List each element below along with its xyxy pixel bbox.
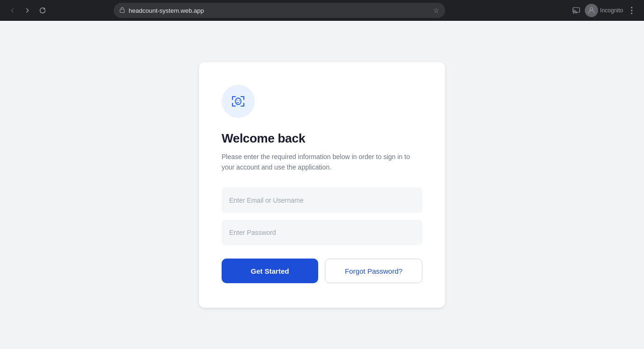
svg-point-8 xyxy=(237,100,238,101)
menu-button[interactable] xyxy=(625,4,638,17)
url-text: headcount-system.web.app xyxy=(129,7,429,14)
cast-button[interactable] xyxy=(570,4,583,17)
welcome-subtitle: Please enter the required information be… xyxy=(222,152,420,173)
get-started-button[interactable]: Get Started xyxy=(222,259,318,283)
incognito-label: Incognito xyxy=(600,7,623,14)
address-bar[interactable]: headcount-system.web.app ☆ xyxy=(114,3,445,18)
star-icon[interactable]: ☆ xyxy=(433,7,439,14)
login-card: Welcome back Please enter the required i… xyxy=(199,62,445,308)
page-content: Welcome back Please enter the required i… xyxy=(0,21,644,349)
svg-point-5 xyxy=(631,10,633,11)
forgot-password-button[interactable]: Forgot Password? xyxy=(325,259,422,283)
browser-actions: Incognito xyxy=(570,4,638,17)
back-button[interactable] xyxy=(6,4,19,17)
svg-point-7 xyxy=(235,98,241,105)
browser-chrome: headcount-system.web.app ☆ Incognito xyxy=(0,0,644,21)
svg-point-2 xyxy=(573,13,574,14)
lock-icon xyxy=(119,7,125,14)
browser-nav-buttons xyxy=(6,4,49,17)
logo-container xyxy=(222,85,422,118)
logo-circle xyxy=(222,85,255,118)
welcome-title: Welcome back xyxy=(222,131,422,146)
svg-point-9 xyxy=(239,100,240,101)
svg-rect-0 xyxy=(120,9,124,13)
password-input[interactable] xyxy=(222,220,422,245)
forward-button[interactable] xyxy=(21,4,34,17)
svg-point-3 xyxy=(590,8,593,10)
profile-button[interactable] xyxy=(585,4,598,17)
email-input[interactable] xyxy=(222,188,422,213)
email-form-group xyxy=(222,188,422,213)
reload-button[interactable] xyxy=(36,4,49,17)
password-form-group xyxy=(222,220,422,245)
buttons-row: Get Started Forgot Password? xyxy=(222,259,422,283)
svg-point-6 xyxy=(631,13,633,14)
headcount-icon xyxy=(230,93,247,110)
svg-point-4 xyxy=(631,7,633,9)
